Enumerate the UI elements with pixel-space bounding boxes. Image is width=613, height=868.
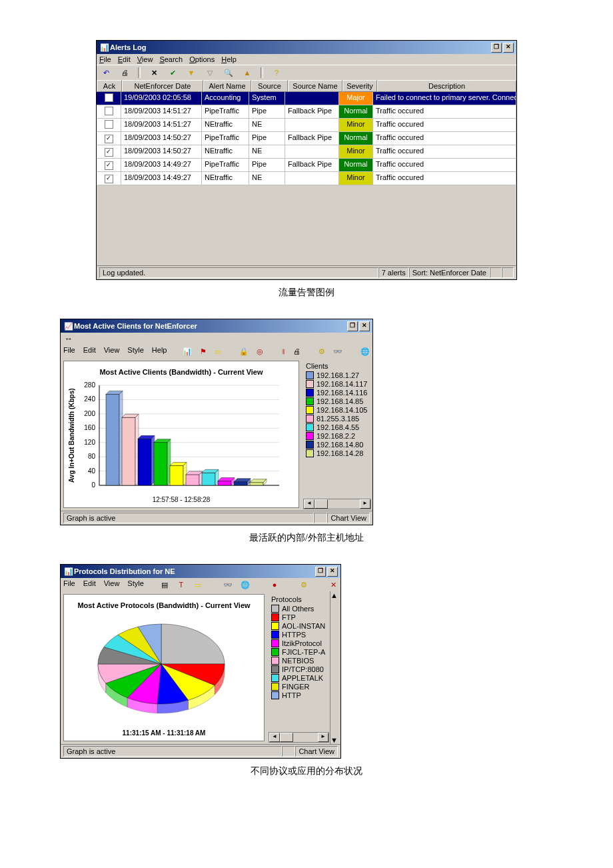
restore-button[interactable]: ❐ — [347, 321, 358, 331]
print-icon[interactable]: 🖨 — [293, 346, 301, 357]
legend-item[interactable]: 81.255.3.185 — [306, 415, 368, 423]
legend-item[interactable]: 192.168.14.117 — [306, 380, 368, 388]
text-icon[interactable]: T — [177, 579, 185, 590]
col-sname[interactable]: Source Name — [288, 80, 342, 92]
legend-item[interactable]: 192.168.14.28 — [306, 449, 368, 457]
columns-icon[interactable]: ⦀ — [281, 346, 285, 357]
close-button[interactable]: ✕ — [327, 567, 338, 577]
menu-help[interactable]: Help — [221, 55, 237, 63]
col-alert[interactable]: Alert Name — [203, 80, 251, 92]
menu-style[interactable]: Style — [127, 579, 143, 590]
help-icon[interactable]: ? — [271, 67, 282, 78]
globe-icon[interactable]: 🌐 — [360, 346, 370, 357]
ack-checkbox[interactable] — [105, 120, 113, 129]
protocols-chart-area: Most Active Protocols (Bandwidth) - Curr… — [61, 591, 340, 744]
target-icon[interactable]: ◎ — [257, 346, 263, 357]
legend-item[interactable]: 192.168.4.55 — [306, 423, 368, 431]
menu-view[interactable]: View — [104, 579, 120, 590]
legend-item[interactable]: ItzikProtocol — [271, 639, 326, 647]
table-row[interactable]: 18/09/2003 14:51:27NEtraffic NE MinorTra… — [97, 119, 516, 132]
legend-item[interactable]: APPLETALK — [271, 674, 326, 682]
list-icon[interactable]: ▤ — [160, 579, 169, 590]
close-icon[interactable]: ✕ — [329, 579, 338, 590]
legend-item[interactable]: FTP — [271, 613, 326, 621]
legend-item[interactable]: 192.168.14.80 — [306, 441, 368, 449]
lock-icon[interactable]: 🔒 — [239, 346, 249, 357]
legend-scrollbar[interactable]: ◄► — [303, 499, 371, 509]
restore-button[interactable]: ❐ — [491, 43, 502, 53]
legend-item[interactable]: 192.168.14.105 — [306, 406, 368, 414]
legend-item[interactable]: AOL-INSTAN — [271, 622, 326, 630]
binoculars-icon[interactable]: 👓 — [333, 346, 342, 357]
table-row[interactable]: 18/09/2003 14:51:27PipeTraffic PipeFallb… — [97, 105, 516, 119]
ack-checkbox[interactable]: ✓ — [105, 161, 113, 170]
col-date[interactable]: NetEnforcer Date — [122, 80, 203, 92]
menu-help[interactable]: Help — [152, 346, 167, 357]
legend-item[interactable]: FINGER — [271, 683, 326, 691]
table-row[interactable]: ✓ 18/09/2003 14:50:27NEtraffic NE MinorT… — [97, 145, 516, 159]
col-ack[interactable]: Ack — [97, 80, 122, 92]
table-row[interactable]: ✓ 18/09/2003 14:49:27NEtraffic NE MinorT… — [97, 172, 516, 185]
menu-style[interactable]: Style — [127, 346, 143, 357]
gear-icon[interactable]: ⚙ — [318, 346, 325, 357]
note-icon[interactable]: ▭ — [194, 579, 203, 590]
find-icon[interactable]: 🔍 — [223, 67, 234, 78]
funnel-off-icon[interactable]: ▽ — [205, 67, 215, 78]
funnel-icon[interactable]: ▼ — [186, 67, 197, 78]
col-source[interactable]: Source — [251, 80, 288, 92]
table-row[interactable]: 19/09/2003 02:05:58Accounting System Maj… — [97, 92, 516, 105]
undo-icon[interactable]: ↶ — [101, 67, 111, 78]
menu-view[interactable]: View — [104, 346, 120, 357]
legend-item[interactable]: All Others — [271, 605, 326, 613]
vscrollbar[interactable]: ▲ ▼ — [330, 591, 340, 744]
ack-checkbox[interactable] — [105, 107, 113, 115]
globe-icon[interactable]: 🌐 — [241, 579, 250, 590]
legend-item[interactable]: FJICL-TEP-A — [271, 648, 326, 656]
col-desc[interactable]: Description — [377, 80, 516, 92]
menu-edit[interactable]: Edit — [118, 55, 131, 63]
legend-item[interactable]: NETBIOS — [271, 657, 326, 665]
note-icon[interactable]: ▭ — [215, 346, 221, 357]
menu-file[interactable]: File — [63, 579, 75, 590]
close-button[interactable]: ✕ — [503, 43, 514, 53]
resize-icon[interactable]: ↔ — [61, 333, 372, 345]
table-row[interactable]: ✓ 18/09/2003 14:49:27PipeTraffic PipeFal… — [97, 159, 516, 172]
legend-item[interactable]: 192.168.1.27 — [306, 371, 368, 379]
binoculars-icon[interactable]: 👓 — [223, 579, 233, 590]
x-axis-label: 12:57:58 - 12:58:28 — [68, 492, 295, 503]
legend-item[interactable]: 192.168.14.116 — [306, 389, 368, 397]
legend-item[interactable]: IP/TCP:8080 — [271, 665, 326, 673]
legend-item[interactable]: HTTPS — [271, 631, 326, 639]
col-sev[interactable]: Severity — [342, 80, 377, 92]
legend-hscrollbar[interactable]: ◄► — [269, 732, 329, 743]
menu-options[interactable]: Options — [189, 55, 215, 63]
protocols-titlebar[interactable]: 📊 Protocols Distribution for NE ❐ ✕ — [61, 565, 340, 578]
menu-edit[interactable]: Edit — [83, 346, 96, 357]
ack-checkbox[interactable]: ✓ — [105, 135, 113, 143]
ack-checkbox[interactable]: ✓ — [105, 175, 113, 183]
menu-search[interactable]: Search — [159, 55, 183, 63]
ack-checkbox[interactable]: ✓ — [105, 148, 113, 157]
restore-button[interactable]: ❐ — [315, 567, 326, 577]
menu-edit[interactable]: Edit — [83, 579, 96, 590]
flag-icon[interactable]: ⚑ — [200, 346, 207, 357]
legend-item[interactable]: 192.168.2.2 — [306, 432, 368, 440]
menu-file[interactable]: File — [63, 346, 75, 357]
clients-titlebar[interactable]: 📈 Most Active Clients for NetEnforcer ❐ … — [61, 319, 372, 333]
alerts-titlebar[interactable]: 📊 Alerts Log ❐ ✕ — [97, 41, 516, 54]
legend-item[interactable]: 192.168.14.85 — [306, 397, 368, 405]
legend-item[interactable]: HTTP — [271, 691, 326, 699]
delete-icon[interactable]: ✕ — [149, 67, 159, 78]
chart-icon[interactable]: 📊 — [183, 346, 192, 357]
menu-file[interactable]: File — [99, 55, 111, 63]
print-icon[interactable]: 🖨 — [119, 67, 130, 78]
table-row[interactable]: ✓ 18/09/2003 14:50:27PipeTraffic PipeFal… — [97, 132, 516, 145]
pie-chart — [68, 612, 255, 725]
highlight-icon[interactable]: ▲ — [242, 67, 253, 78]
ack-checkbox[interactable] — [105, 93, 113, 102]
record-icon[interactable]: ● — [270, 579, 279, 590]
close-button[interactable]: ✕ — [359, 321, 370, 331]
check-icon[interactable]: ✔ — [167, 67, 178, 78]
menu-view[interactable]: View — [137, 55, 153, 63]
gear-icon[interactable]: ⚙ — [300, 579, 308, 590]
